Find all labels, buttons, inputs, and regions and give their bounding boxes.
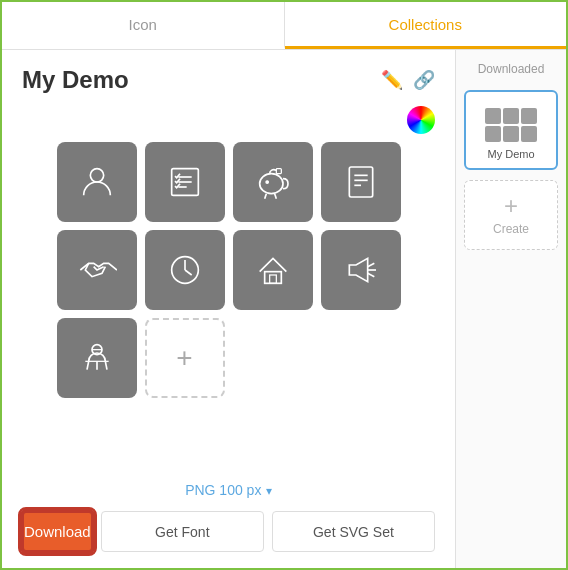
mini-icon-4 xyxy=(485,126,501,142)
icon-add[interactable]: + xyxy=(145,318,225,398)
chevron-down-icon: ▾ xyxy=(266,484,272,498)
format-label: PNG 100 px xyxy=(185,482,261,498)
svg-point-8 xyxy=(265,181,268,184)
svg-line-6 xyxy=(264,194,266,199)
mini-icon-3 xyxy=(521,108,537,124)
svg-rect-17 xyxy=(264,272,281,284)
icon-person[interactable] xyxy=(57,142,137,222)
icon-piggy-bank[interactable] xyxy=(233,142,313,222)
get-svg-set-button[interactable]: Get SVG Set xyxy=(272,511,435,552)
color-wheel[interactable] xyxy=(407,106,435,134)
mini-icon-grid xyxy=(485,108,537,142)
app-container: Icon Collections My Demo ✏️ 🔗 xyxy=(2,2,566,568)
edit-icon[interactable]: ✏️ xyxy=(381,69,403,91)
mini-icon-1 xyxy=(485,108,501,124)
collection-header: My Demo ✏️ 🔗 xyxy=(22,66,435,94)
tab-collections[interactable]: Collections xyxy=(285,2,567,49)
bottom-controls: PNG 100 px ▾ Download Get Font Get SVG S… xyxy=(22,481,435,552)
svg-line-25 xyxy=(105,361,107,369)
icon-grid: + xyxy=(22,142,435,398)
svg-rect-18 xyxy=(269,275,276,283)
create-card[interactable]: + Create xyxy=(464,180,558,250)
format-selector[interactable]: PNG 100 px ▾ xyxy=(22,481,435,499)
icon-handshake[interactable] xyxy=(57,230,137,310)
mini-icon-5 xyxy=(503,126,519,142)
icon-person2[interactable] xyxy=(57,318,137,398)
svg-line-19 xyxy=(367,263,374,266)
download-button-wrapper: Download xyxy=(22,511,93,552)
icon-clock[interactable] xyxy=(145,230,225,310)
mini-icon-6 xyxy=(521,126,537,142)
right-panel: Downloaded My Demo + Create xyxy=(456,50,566,568)
collection-title: My Demo xyxy=(22,66,381,94)
my-demo-card[interactable]: My Demo xyxy=(464,90,558,170)
tab-icon[interactable]: Icon xyxy=(2,2,285,49)
icon-megaphone[interactable] xyxy=(321,230,401,310)
svg-line-24 xyxy=(87,361,89,369)
svg-point-0 xyxy=(90,169,103,182)
svg-line-16 xyxy=(185,270,192,275)
create-label: Create xyxy=(493,222,529,236)
svg-rect-10 xyxy=(349,167,372,197)
tabs-bar: Icon Collections xyxy=(2,2,566,50)
download-button[interactable]: Download xyxy=(22,511,93,552)
main-content: My Demo ✏️ 🔗 xyxy=(2,50,566,568)
left-panel: My Demo ✏️ 🔗 xyxy=(2,50,456,568)
get-font-button[interactable]: Get Font xyxy=(101,511,264,552)
mini-icon-2 xyxy=(503,108,519,124)
header-icons: ✏️ 🔗 xyxy=(381,69,435,91)
svg-rect-9 xyxy=(276,169,281,174)
color-wheel-row xyxy=(22,106,435,134)
link-icon[interactable]: 🔗 xyxy=(413,69,435,91)
svg-point-5 xyxy=(259,174,282,194)
action-buttons: Download Get Font Get SVG Set xyxy=(22,511,435,552)
icon-house[interactable] xyxy=(233,230,313,310)
icon-document[interactable] xyxy=(321,142,401,222)
svg-line-7 xyxy=(274,194,276,199)
icon-checklist[interactable] xyxy=(145,142,225,222)
svg-line-21 xyxy=(367,273,374,276)
collection-card-name: My Demo xyxy=(487,148,534,160)
create-plus-icon: + xyxy=(504,194,518,218)
downloaded-label: Downloaded xyxy=(464,62,558,76)
